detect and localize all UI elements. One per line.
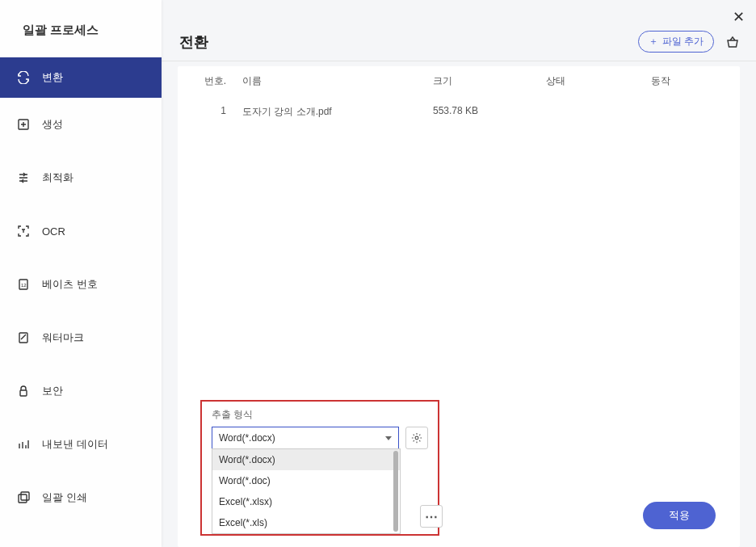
svg-rect-6 [21, 492, 29, 500]
cell-action [651, 105, 724, 119]
col-header-size: 크기 [433, 74, 546, 88]
convert-icon [16, 70, 31, 85]
format-row: Word(*.docx) [212, 427, 428, 449]
sidebar-item-label: OCR [42, 225, 65, 238]
format-select[interactable]: Word(*.docx) [212, 427, 399, 449]
sidebar-item-batch-print[interactable]: 일괄 인쇄 [0, 478, 162, 518]
create-icon [16, 117, 31, 132]
add-file-label: 파일 추가 [662, 35, 704, 48]
col-header-no: 번호. [194, 74, 242, 88]
format-dropdown: Word(*.docx) Word(*.doc) Excel(*.xlsx) E… [212, 448, 401, 534]
basket-icon[interactable] [725, 35, 740, 49]
format-box: 추출 형식 Word(*.docx) Word(*.docx) Word(*.d… [200, 400, 439, 536]
table-header: 번호. 이름 크기 상태 동작 [178, 66, 740, 97]
bottom-panel: 추출 형식 Word(*.docx) Word(*.docx) Word(*.d… [178, 387, 740, 547]
plus-icon: ＋ [649, 35, 658, 48]
sidebar-item-watermark[interactable]: 워터마크 [0, 318, 162, 358]
cell-size: 553.78 KB [433, 105, 546, 119]
format-select-value: Word(*.docx) [219, 432, 275, 444]
sidebar-item-label: 보안 [42, 384, 63, 398]
table-row[interactable]: 1 도자기 강의 소개.pdf 553.78 KB [178, 97, 740, 127]
cell-no: 1 [194, 105, 242, 119]
svg-point-7 [415, 436, 418, 440]
sidebar-items: 변환 생성 최적화 OCR 12 베이츠 번호 [0, 57, 162, 524]
sidebar-item-bates[interactable]: 12 베이츠 번호 [0, 264, 162, 305]
gear-button[interactable] [405, 427, 428, 449]
dropdown-option[interactable]: Excel(*.xlsx) [212, 491, 400, 512]
ocr-icon [16, 224, 31, 238]
svg-rect-4 [20, 390, 27, 396]
print-icon [16, 490, 31, 505]
bates-icon: 12 [16, 277, 31, 292]
gear-icon [411, 432, 422, 444]
col-header-name: 이름 [242, 74, 433, 88]
sidebar-item-convert[interactable]: 변환 [0, 57, 162, 98]
dropdown-option[interactable]: Word(*.docx) [212, 449, 400, 470]
ellipsis-icon: ⋯ [425, 509, 439, 524]
sidebar-item-label: 변환 [42, 70, 63, 85]
dropdown-option[interactable]: Word(*.doc) [212, 470, 400, 491]
scrollbar[interactable] [393, 451, 398, 532]
divider [162, 61, 756, 61]
sidebar-item-label: 생성 [42, 117, 63, 132]
watermark-icon [16, 330, 31, 345]
sidebar-item-create[interactable]: 생성 [0, 104, 162, 145]
page-title: 전환 [179, 32, 208, 52]
sidebar-title: 일괄 프로세스 [0, 0, 162, 57]
sidebar-item-label: 내보낸 데이터 [42, 437, 108, 452]
more-button[interactable]: ⋯ [420, 505, 443, 528]
col-header-status: 상태 [546, 74, 651, 88]
chevron-down-icon [385, 436, 392, 440]
sidebar-item-optimize[interactable]: 최적화 [0, 158, 162, 198]
dropdown-option[interactable]: Excel(*.xls) [212, 512, 400, 533]
sidebar-item-label: 일괄 인쇄 [42, 490, 87, 505]
col-header-action: 동작 [651, 74, 724, 88]
sidebar-item-label: 베이츠 번호 [42, 277, 98, 292]
sidebar-item-ocr[interactable]: OCR [0, 211, 162, 251]
header: 전환 ＋ 파일 추가 [162, 0, 756, 61]
export-data-icon [16, 437, 31, 452]
lock-icon [16, 384, 31, 398]
main-panel: ✕ 전환 ＋ 파일 추가 번호. 이름 크기 상태 동작 1 도자기 강의 소개… [162, 0, 756, 547]
apply-button[interactable]: 적용 [643, 502, 716, 529]
header-actions: ＋ 파일 추가 [638, 31, 740, 53]
optimize-icon [16, 170, 31, 185]
svg-rect-3 [19, 333, 27, 343]
sidebar-item-label: 워터마크 [42, 330, 84, 345]
sidebar-item-label: 최적화 [42, 170, 74, 185]
sidebar-item-security[interactable]: 보안 [0, 371, 162, 411]
cell-name: 도자기 강의 소개.pdf [242, 105, 433, 119]
close-icon[interactable]: ✕ [733, 8, 745, 26]
format-label: 추출 형식 [212, 408, 428, 422]
sidebar-item-export[interactable]: 내보낸 데이터 [0, 424, 162, 465]
add-file-button[interactable]: ＋ 파일 추가 [638, 31, 714, 53]
file-table: 번호. 이름 크기 상태 동작 1 도자기 강의 소개.pdf 553.78 K… [178, 66, 740, 547]
svg-text:12: 12 [21, 283, 27, 288]
cell-status [546, 105, 651, 119]
svg-rect-5 [19, 494, 27, 503]
sidebar: 일괄 프로세스 변환 생성 최적화 OCR [0, 0, 162, 547]
